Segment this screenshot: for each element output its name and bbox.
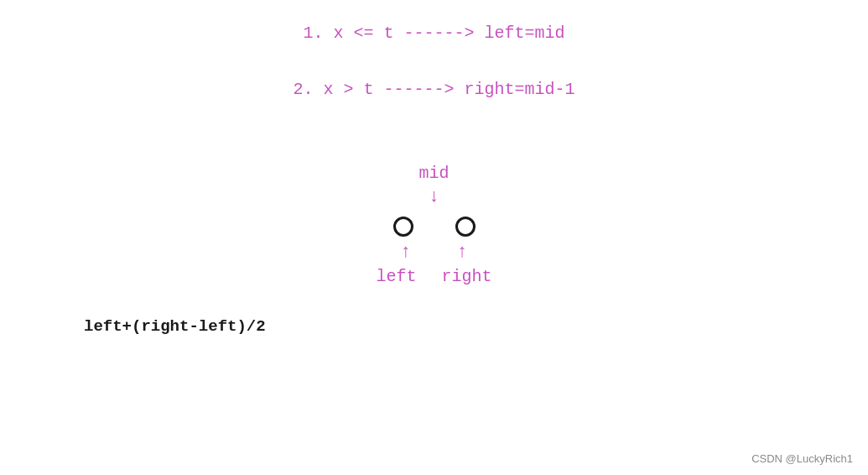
right-label: right [442, 267, 492, 286]
arrows-up-row: ↑ ↑ [400, 243, 467, 262]
arrow-up-right-icon: ↑ [457, 243, 468, 262]
formula-label: left+(right-left)/2 [84, 317, 266, 336]
mid-label: mid [418, 164, 449, 183]
circles-row [393, 217, 476, 237]
rule-1-text: 1. x <= t ------> left=mid [0, 23, 868, 43]
labels-row: left right [376, 267, 491, 286]
diagram-area: mid ↓ ↑ ↑ left right [0, 164, 868, 286]
circle-right [455, 217, 476, 237]
mid-arrow-wrapper: mid ↓ [418, 164, 449, 217]
arrow-up-left-icon: ↑ [400, 243, 411, 262]
watermark: CSDN @LuckyRich1 [751, 452, 853, 465]
left-label: left [376, 267, 416, 286]
circle-left [393, 217, 413, 237]
main-content: 1. x <= t ------> left=mid 2. x > t ----… [0, 0, 868, 475]
rule-2-text: 2. x > t ------> right=mid-1 [0, 80, 868, 99]
arrow-down-icon: ↓ [429, 186, 439, 208]
